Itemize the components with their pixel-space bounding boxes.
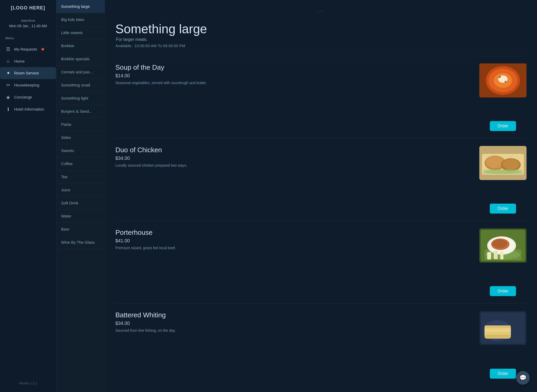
submenu-item-soft-drink[interactable]: Soft Drink	[56, 197, 105, 210]
sidebar-item-concierge[interactable]: ◈ Concierge	[0, 91, 56, 103]
item-desc-duo-of-chicken: Locally sourced chicken prepared two way…	[115, 163, 474, 167]
sidebar-label-home: Home	[14, 59, 25, 63]
sidebar: [LOGO HERE] date/time Mon 09 Jan , 11:40…	[0, 0, 56, 392]
svg-rect-25	[494, 251, 498, 259]
menu-item-info-battered-whiting: Battered Whiting $34.00 Sourced from lin…	[115, 311, 474, 333]
svg-rect-26	[500, 252, 503, 259]
svg-rect-24	[487, 252, 491, 259]
item-image-duo-of-chicken	[479, 146, 527, 180]
item-name-soup-of-the-day: Soup of the Day	[115, 63, 474, 72]
item-price-duo-of-chicken: $34.00	[115, 156, 474, 161]
sidebar-label-my-requests: My Requests	[14, 47, 37, 51]
item-image-soup-of-the-day	[479, 63, 527, 97]
sidebar-label-housekeeping: Housekeeping	[14, 83, 39, 87]
category-availability: Available : 10:00:00 AM To 09:30:00 PM	[115, 43, 527, 48]
submenu-item-little-sweets[interactable]: Little sweets	[56, 26, 105, 39]
svg-rect-34	[485, 334, 510, 338]
submenu: Something largeBig kids bitesLittle swee…	[56, 0, 105, 392]
submenu-item-something-light[interactable]: Something light	[56, 92, 105, 105]
item-price-battered-whiting: $34.00	[115, 321, 474, 326]
order-button-porterhouse[interactable]: Order	[490, 286, 516, 296]
submenu-item-sweets[interactable]: Sweets	[56, 144, 105, 157]
submenu-item-sides[interactable]: Sides	[56, 131, 105, 144]
concierge-icon: ◈	[5, 94, 11, 100]
home-icon: ⌂	[5, 58, 11, 64]
submenu-item-wine-by-the-glass[interactable]: Wine By The Glass	[56, 236, 105, 249]
submenu-item-coffee[interactable]: Coffee	[56, 157, 105, 170]
sidebar-item-room-service[interactable]: ✦ Room Service	[0, 67, 56, 79]
submenu-item-something-large[interactable]: Something large	[56, 0, 105, 13]
main-content: ··· Something large For larger meals. Av…	[105, 0, 537, 392]
item-name-duo-of-chicken: Duo of Chicken	[115, 146, 474, 154]
item-image-porterhouse	[479, 228, 527, 263]
item-price-soup-of-the-day: $14.00	[115, 73, 474, 79]
svg-rect-32	[485, 329, 510, 331]
submenu-item-brekkie-specials[interactable]: Brekkie specials	[56, 52, 105, 66]
submenu-item-tea[interactable]: Tea	[56, 170, 105, 183]
room-service-icon: ✦	[5, 70, 11, 76]
datetime-label: date/time	[9, 18, 47, 23]
item-image-battered-whiting	[479, 311, 527, 345]
item-desc-porterhouse: Premium raised, grass fed local beef.	[115, 246, 474, 250]
item-right-soup-of-the-day: Order	[479, 63, 527, 131]
item-right-duo-of-chicken: Order	[479, 146, 527, 214]
datetime-value: Mon 09 Jan , 11:40 AM	[9, 23, 47, 29]
item-name-battered-whiting: Battered Whiting	[115, 311, 474, 319]
menu-item-battered-whiting: Battered Whiting $34.00 Sourced from lin…	[115, 303, 527, 386]
top-dots: ···	[115, 8, 527, 14]
menu-item-info-duo-of-chicken: Duo of Chicken $34.00 Locally sourced ch…	[115, 146, 474, 167]
item-price-porterhouse: $41.00	[115, 238, 474, 244]
menu-item-porterhouse: Porterhouse $41.00 Premium raised, grass…	[115, 221, 527, 303]
submenu-item-something-small[interactable]: Something small	[56, 79, 105, 92]
sidebar-item-housekeeping[interactable]: ✂ Housekeeping	[0, 79, 56, 91]
svg-point-23	[492, 239, 507, 248]
submenu-item-cereals-and-pas[interactable]: Cereals and pas...	[56, 66, 105, 79]
chat-widget[interactable]: 💬	[516, 371, 530, 385]
submenu-item-juice[interactable]: Juice	[56, 183, 105, 197]
sidebar-label-room-service: Room Service	[14, 71, 39, 75]
menu-item-info-porterhouse: Porterhouse $41.00 Premium raised, grass…	[115, 228, 474, 250]
order-button-battered-whiting[interactable]: Order	[490, 369, 516, 379]
sidebar-item-hotel-information[interactable]: ℹ Hotel Information	[0, 103, 56, 115]
svg-rect-33	[485, 332, 510, 334]
sidebar-item-my-requests[interactable]: ☰ My Requests	[0, 43, 56, 55]
order-button-soup-of-the-day[interactable]: Order	[490, 121, 516, 131]
item-right-porterhouse: Order	[479, 228, 527, 296]
submenu-item-big-kids-bites[interactable]: Big kids bites	[56, 13, 105, 26]
info-icon: ℹ	[5, 106, 11, 112]
svg-point-15	[485, 170, 521, 174]
item-name-porterhouse: Porterhouse	[115, 228, 474, 237]
sidebar-label-concierge: Concierge	[14, 95, 32, 99]
logo: [LOGO HERE]	[11, 5, 45, 11]
housekeeping-icon: ✂	[5, 82, 11, 88]
category-title: Something large	[115, 22, 527, 36]
submenu-item-pasta[interactable]: Pasta	[56, 118, 105, 131]
menu-item-info-soup-of-the-day: Soup of the Day $14.00 Seasonal vegetabl…	[115, 63, 474, 85]
svg-rect-31	[485, 325, 511, 329]
order-button-duo-of-chicken[interactable]: Order	[490, 204, 516, 214]
submenu-item-water[interactable]: Water	[56, 210, 105, 223]
svg-point-13	[502, 159, 519, 170]
version-label: Version 1.3.1	[19, 377, 37, 389]
item-desc-soup-of-the-day: Seasonal vegetables, served with sourdou…	[115, 81, 474, 85]
submenu-item-burgers-and-sand[interactable]: Burgers & Sand...	[56, 105, 105, 118]
submenu-item-beer[interactable]: Beer	[56, 223, 105, 236]
sidebar-label-hotel-info: Hotel Information	[14, 107, 44, 111]
menu-section-label: Menu	[0, 36, 56, 40]
submenu-item-brekkie[interactable]: Brekkie	[56, 39, 105, 52]
datetime-display: date/time Mon 09 Jan , 11:40 AM	[9, 18, 47, 29]
menu-item-duo-of-chicken: Duo of Chicken $34.00 Locally sourced ch…	[115, 138, 527, 221]
my-requests-icon: ☰	[5, 46, 11, 52]
menu-items-container: Soup of the Day $14.00 Seasonal vegetabl…	[115, 56, 527, 386]
item-right-battered-whiting: Order	[479, 311, 527, 379]
category-subtitle: For larger meals.	[115, 37, 527, 42]
sidebar-item-home[interactable]: ⌂ Home	[0, 55, 56, 67]
menu-item-soup-of-the-day: Soup of the Day $14.00 Seasonal vegetabl…	[115, 56, 527, 138]
item-desc-battered-whiting: Sourced from line fishing, on the day.	[115, 328, 474, 333]
notification-dot	[41, 48, 44, 51]
